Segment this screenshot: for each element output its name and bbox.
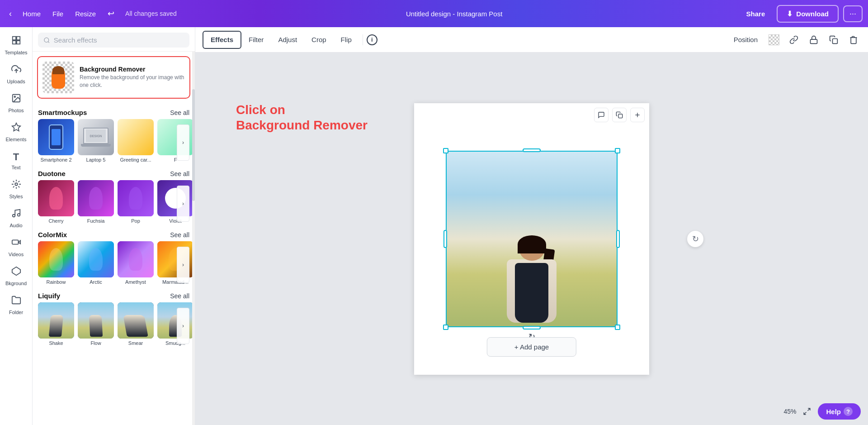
- zoom-expand-button[interactable]: [801, 405, 813, 418]
- download-icon: ⬇: [787, 10, 793, 18]
- liquify-scroll-right[interactable]: ›: [177, 308, 189, 344]
- duotone-fuchsia[interactable]: Fuchsia: [78, 180, 114, 224]
- file-nav[interactable]: File: [47, 7, 69, 20]
- smartmockups-item-smartphone2[interactable]: Smartphone 2: [38, 119, 74, 162]
- svg-line-21: [808, 408, 810, 411]
- sidebar-item-videos[interactable]: Videos: [1, 233, 32, 262]
- resize-nav[interactable]: Resize: [70, 7, 101, 20]
- design-title: Untitled design - Instagram Post: [406, 10, 502, 18]
- tab-flip[interactable]: Flip: [334, 31, 359, 49]
- duotone-pop[interactable]: Pop: [118, 180, 154, 224]
- back-button[interactable]: ‹: [5, 7, 15, 20]
- handle-top-left[interactable]: [443, 148, 448, 153]
- sidebar-item-bkground[interactable]: Bkground: [1, 262, 32, 291]
- svg-rect-1: [16, 37, 19, 40]
- search-input[interactable]: [54, 36, 184, 44]
- smartmockups-row-wrapper: Smartphone 2 DESIGN: [33, 119, 195, 166]
- shake-label: Shake: [49, 340, 63, 346]
- handle-top-center[interactable]: [523, 148, 541, 152]
- shake-thumb: [38, 302, 74, 339]
- smartmockups-scroll-right[interactable]: ›: [177, 124, 189, 161]
- handle-bottom-center[interactable]: [523, 326, 541, 329]
- sidebar-item-styles[interactable]: Styles: [1, 175, 32, 204]
- tab-filter[interactable]: Filter: [241, 31, 271, 49]
- more-options-button[interactable]: ···: [843, 5, 863, 22]
- text-label: Text: [11, 165, 20, 170]
- canvas-container: ↻ + Add page: [414, 103, 649, 375]
- autosave-status: All changes saved: [125, 10, 177, 17]
- canvas-area: Click on Background Remover: [195, 53, 868, 425]
- duotone-see-all[interactable]: See all: [170, 170, 189, 177]
- liquify-smear[interactable]: Smear: [118, 302, 154, 346]
- download-button[interactable]: ⬇ Download: [777, 5, 839, 23]
- canvas-rotate-outer[interactable]: ↻: [687, 231, 703, 247]
- copy-icon: [616, 111, 623, 119]
- canvas-comment-button[interactable]: [594, 108, 609, 122]
- sidebar-item-elements[interactable]: Elements: [1, 118, 32, 147]
- handle-top-right[interactable]: [615, 148, 620, 153]
- add-page-button[interactable]: + Add page: [487, 337, 576, 357]
- liquify-see-all[interactable]: See all: [170, 292, 189, 300]
- link-button[interactable]: [787, 33, 801, 47]
- selected-image-wrapper[interactable]: ↻: [446, 151, 618, 327]
- lock-button[interactable]: [807, 33, 821, 47]
- liquify-shake[interactable]: Shake: [38, 302, 74, 346]
- sidebar-item-templates[interactable]: Templates: [1, 31, 32, 60]
- handle-middle-left[interactable]: [443, 230, 447, 248]
- canvas-copy-button[interactable]: [612, 108, 627, 122]
- top-toolbar: Effects Filter Adjust Crop Flip i Positi…: [195, 27, 868, 53]
- handle-bottom-left[interactable]: [443, 325, 448, 330]
- bg-remover-card[interactable]: Background Remover Remove the background…: [37, 56, 190, 99]
- liquify-header: Liquify See all: [33, 288, 195, 302]
- handle-bottom-right[interactable]: [615, 325, 620, 330]
- undo-button[interactable]: ↩: [102, 6, 120, 21]
- duotone-scroll-right[interactable]: ›: [177, 186, 189, 222]
- colormix-rainbow[interactable]: Rainbow: [38, 241, 74, 285]
- photos-icon: [11, 93, 21, 106]
- sidebar-item-photos[interactable]: Photos: [1, 89, 32, 118]
- handle-middle-right[interactable]: [616, 230, 620, 248]
- flow-label: Flow: [90, 340, 101, 346]
- sidebar-item-text[interactable]: T Text: [1, 147, 32, 175]
- canvas-add-button[interactable]: [630, 108, 645, 122]
- info-button[interactable]: i: [367, 34, 377, 45]
- sidebar-item-uploads[interactable]: Uploads: [1, 60, 32, 89]
- topbar-center: Untitled design - Instagram Post: [180, 10, 736, 18]
- scroll-thumb[interactable]: [192, 89, 195, 201]
- smartmockups-header: Smartmockups See all: [33, 105, 195, 119]
- liquify-flow[interactable]: Flow: [78, 302, 114, 346]
- duotone-cherry[interactable]: Cherry: [38, 180, 74, 224]
- checkerboard-button[interactable]: [767, 33, 781, 47]
- sidebar-item-folder[interactable]: Folder: [1, 291, 32, 320]
- smartmockups-row: Smartphone 2 DESIGN: [33, 119, 195, 166]
- home-nav[interactable]: Home: [17, 7, 46, 20]
- smartmockups-item-laptop5[interactable]: DESIGN Laptop 5: [78, 119, 114, 162]
- colormix-amethyst[interactable]: Amethyst: [118, 241, 154, 285]
- colormix-arctic[interactable]: Arctic: [78, 241, 114, 285]
- svg-point-14: [44, 38, 49, 42]
- position-button[interactable]: Position: [730, 34, 761, 45]
- colormix-scroll-right[interactable]: ›: [177, 247, 189, 283]
- tab-effects[interactable]: Effects: [203, 31, 241, 49]
- panel-scroll: Background Remover Remove the background…: [33, 52, 195, 355]
- svg-rect-3: [16, 41, 19, 44]
- svg-rect-11: [12, 240, 18, 244]
- search-input-wrap[interactable]: [38, 33, 189, 48]
- sidebar-item-audio[interactable]: Audio: [1, 204, 32, 233]
- tab-adjust[interactable]: Adjust: [271, 31, 304, 49]
- panel-scroll-wrapper: Background Remover Remove the background…: [33, 52, 195, 425]
- zoom-level-display: 45%: [783, 408, 796, 415]
- smartmockups-item-greetingcard[interactable]: Greeting car...: [118, 119, 154, 162]
- smartphone2-thumb: [38, 119, 74, 155]
- colormix-see-all[interactable]: See all: [170, 231, 189, 239]
- tab-crop[interactable]: Crop: [304, 31, 334, 49]
- duplicate-button[interactable]: [826, 33, 841, 47]
- smartmockups-see-all[interactable]: See all: [170, 109, 189, 116]
- share-button[interactable]: Share: [739, 6, 773, 21]
- effects-panel: Background Remover Remove the background…: [33, 27, 195, 425]
- help-button[interactable]: Help ?: [818, 403, 861, 420]
- videos-icon: [11, 237, 21, 250]
- laptop5-thumb: DESIGN: [78, 119, 114, 155]
- delete-button[interactable]: [846, 33, 861, 47]
- duotone-header: Duotone See all: [33, 166, 195, 180]
